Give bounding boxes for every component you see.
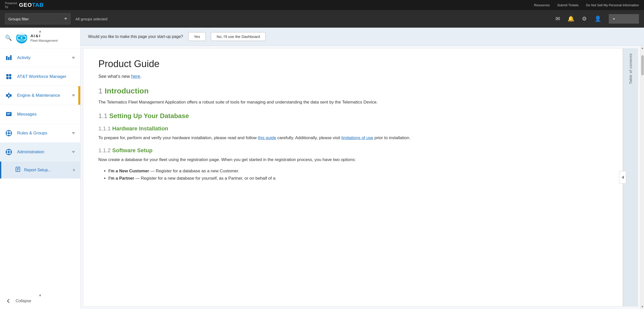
svg-point-3 xyxy=(21,37,22,39)
svg-rect-23 xyxy=(6,133,7,134)
resources-link[interactable]: Resources xyxy=(534,3,550,7)
section-1-1-1-body: To prepare for, perform and verify your … xyxy=(98,134,608,142)
powered-by-text: Powered by xyxy=(5,2,17,9)
administration-label: Administration xyxy=(17,149,67,154)
company-sub: Fleet Management xyxy=(30,39,58,42)
engine-label: Engine & Maintenance xyxy=(17,93,67,98)
svg-rect-13 xyxy=(8,93,9,94)
list-item-0-text: — Register for a database as a new Custo… xyxy=(149,169,239,173)
user-name: ▼ xyxy=(612,17,616,21)
list-item-1-text: — Register for a new database for yourse… xyxy=(134,176,275,181)
engine-icon xyxy=(5,92,13,99)
toc-chevron-icon xyxy=(622,176,624,179)
all-groups-text: All groups selected xyxy=(75,17,107,21)
toc-label: Table of contents xyxy=(629,53,633,84)
list-item-0: I'm a New Customer — Register for a data… xyxy=(108,168,608,175)
svg-rect-21 xyxy=(8,130,9,132)
section-1-1-1-title: Hardware Installation xyxy=(112,125,168,132)
section-1-1-2-heading: 1.1.2 Software Setup xyxy=(98,147,608,154)
section-1-num: 1 xyxy=(98,87,105,95)
scroll-down-arrow[interactable]: ▼ xyxy=(641,304,644,309)
svg-rect-6 xyxy=(10,55,12,60)
toc-panel: Table of contents xyxy=(623,48,638,306)
doc-content: Product Guide See what's new here. 1 Int… xyxy=(83,48,623,306)
scrollbar-track: ▲ ▼ xyxy=(640,46,644,309)
subtitle-end: . xyxy=(140,74,142,79)
svg-point-20 xyxy=(8,132,10,134)
collapse-label: Collapse xyxy=(16,299,31,303)
section-1-heading: 1 Introduction xyxy=(98,87,608,95)
svg-rect-30 xyxy=(10,151,12,152)
active-indicator xyxy=(78,86,80,105)
bell-icon[interactable]: 🔔 xyxy=(568,16,574,22)
this-guide-link[interactable]: this guide xyxy=(258,135,276,140)
chevron-down-icon xyxy=(72,57,75,59)
scroll-up-arrow[interactable]: ▲ xyxy=(641,46,644,50)
submit-tickets-link[interactable]: Submit Tickets xyxy=(557,3,579,7)
administration-icon xyxy=(5,148,13,156)
content-area: Product Guide See what's new here. 1 Int… xyxy=(80,46,644,309)
workforce-icon xyxy=(5,73,13,80)
section-1-1-2-body: Now create a database for your fleet usi… xyxy=(98,156,608,164)
messages-label: Messages xyxy=(17,112,75,117)
svg-rect-9 xyxy=(6,77,9,79)
sidebar-item-engine[interactable]: Engine & Maintenance xyxy=(0,86,80,105)
top-bar-branding: Powered by GEOTAB xyxy=(5,2,44,9)
svg-rect-8 xyxy=(9,74,11,76)
report-setup-icon xyxy=(15,167,21,173)
groups-filter-label: Groups filter xyxy=(8,17,29,21)
top-bar: Powered by GEOTAB Resources Submit Ticke… xyxy=(0,0,644,10)
user-dropdown[interactable]: ▼ xyxy=(609,14,639,24)
company-info: AT&T Fleet Management xyxy=(30,33,58,42)
doc-list: I'm a New Customer — Register for a data… xyxy=(108,168,608,182)
top-bar-nav: Resources Submit Tickets Do Not Sell My … xyxy=(534,3,639,7)
sidebar-scroll-up[interactable]: ▲ xyxy=(0,28,80,35)
gear-icon[interactable]: ⚙ xyxy=(582,16,587,22)
svg-rect-24 xyxy=(10,133,12,134)
section-1-1-heading: 1.1 Setting Up Your Database xyxy=(98,112,608,120)
geotab-logo: GEOTAB xyxy=(19,2,44,8)
sidebar-item-messages[interactable]: Messages xyxy=(0,105,80,124)
scrollbar-thumb[interactable] xyxy=(641,55,644,75)
svg-rect-5 xyxy=(8,57,10,60)
activity-label: Activity xyxy=(17,55,67,60)
sidebar-scroll-down[interactable]: ▼ xyxy=(0,292,80,299)
chevron-down-icon xyxy=(72,151,75,153)
do-not-sell-link[interactable]: Do Not Sell My Personal Information xyxy=(586,3,639,7)
limitations-link[interactable]: limitations of use xyxy=(341,135,373,140)
sidebar-item-administration[interactable]: Administration xyxy=(0,143,80,162)
svg-rect-27 xyxy=(8,149,9,150)
para-after: prior to installation. xyxy=(373,135,410,140)
sidebar-item-rules[interactable]: Rules & Groups xyxy=(0,124,80,143)
sidebar-item-workforce[interactable]: AT&T Workforce Manager xyxy=(0,67,80,86)
list-item-0-strong: I'm a New Customer xyxy=(108,169,149,173)
chevron-down-icon xyxy=(72,132,75,134)
svg-rect-7 xyxy=(6,74,9,76)
doc-subtitle: See what's new here. xyxy=(98,74,608,79)
section-1-title: Introduction xyxy=(105,87,149,95)
nav-scroll: Activity AT&T Workforce Manager Engine &… xyxy=(0,48,80,293)
here-link[interactable]: here xyxy=(131,74,140,79)
groups-filter-dropdown[interactable]: Groups filter xyxy=(5,13,70,24)
section-1-1-num: 1.1 xyxy=(98,112,109,120)
para-mid: carefully. Additionally, please visit xyxy=(276,135,341,140)
sidebar-item-activity[interactable]: Activity xyxy=(0,48,80,67)
section-1-1-title: Setting Up Your Database xyxy=(109,112,189,120)
subtitle-text: See what's new xyxy=(98,74,131,79)
mail-icon[interactable]: ✉ xyxy=(555,16,560,22)
no-dashboard-button[interactable]: No, I'll use the Dashboard xyxy=(211,32,266,41)
sidebar-item-report-setup[interactable]: Report Setup... xyxy=(0,162,80,179)
search-icon[interactable]: 🔍 xyxy=(5,35,12,41)
yes-button[interactable]: Yes xyxy=(188,32,206,41)
startup-bar: Would you like to make this page your st… xyxy=(80,28,644,46)
toc-collapse-button[interactable] xyxy=(619,171,626,184)
svg-rect-22 xyxy=(8,135,9,136)
list-item-1: I'm a Partner — Register for a new datab… xyxy=(108,175,608,182)
doc-title: Product Guide xyxy=(98,59,608,69)
messages-icon xyxy=(5,111,13,118)
svg-point-12 xyxy=(8,95,10,96)
activity-icon xyxy=(5,54,13,62)
section-1-1-1-num: 1.1.1 xyxy=(98,125,112,132)
startup-question: Would you like to make this page your st… xyxy=(88,34,183,39)
user-icon[interactable]: 👤 xyxy=(594,16,601,22)
